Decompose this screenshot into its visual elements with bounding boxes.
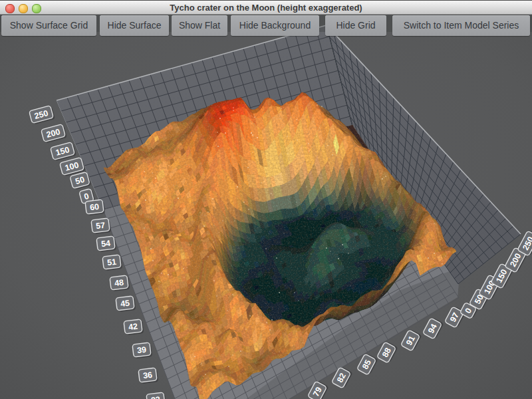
- svg-text:60: 60: [89, 202, 100, 213]
- svg-text:45: 45: [120, 299, 130, 309]
- svg-text:39: 39: [136, 345, 147, 356]
- svg-text:54: 54: [100, 239, 111, 249]
- svg-text:51: 51: [106, 257, 117, 268]
- svg-text:33: 33: [150, 395, 161, 399]
- svg-text:36: 36: [142, 370, 153, 381]
- svg-text:57: 57: [95, 221, 106, 231]
- svg-text:42: 42: [128, 322, 138, 332]
- svg-text:48: 48: [114, 278, 124, 289]
